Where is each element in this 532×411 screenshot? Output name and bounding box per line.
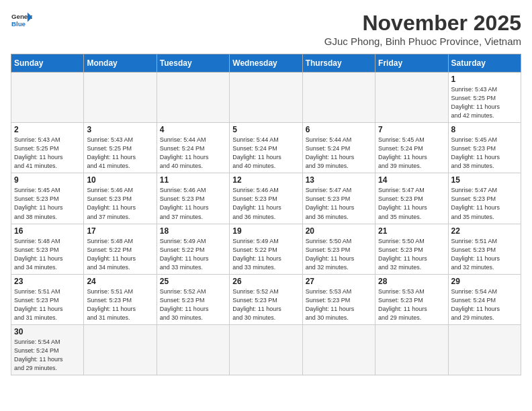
calendar-cell xyxy=(157,324,229,375)
calendar-cell xyxy=(375,73,448,123)
day-info: Sunrise: 5:44 AM Sunset: 5:24 PM Dayligh… xyxy=(306,136,372,171)
day-number: 24 xyxy=(87,277,153,286)
calendar-week-4: 23Sunrise: 5:51 AM Sunset: 5:23 PM Dayli… xyxy=(11,274,521,324)
day-number: 25 xyxy=(160,277,226,286)
day-number: 18 xyxy=(160,226,226,236)
day-info: Sunrise: 5:51 AM Sunset: 5:23 PM Dayligh… xyxy=(451,237,518,272)
logo: General Blue xyxy=(11,11,32,30)
header: General Blue November 2025 GJuc Phong, B… xyxy=(11,11,521,47)
calendar-cell: 21Sunrise: 5:50 AM Sunset: 5:23 PM Dayli… xyxy=(375,224,448,274)
day-info: Sunrise: 5:52 AM Sunset: 5:23 PM Dayligh… xyxy=(160,287,226,322)
day-number: 4 xyxy=(160,125,226,134)
calendar-week-3: 16Sunrise: 5:48 AM Sunset: 5:23 PM Dayli… xyxy=(11,224,521,274)
calendar-cell: 4Sunrise: 5:44 AM Sunset: 5:24 PM Daylig… xyxy=(157,123,229,173)
day-info: Sunrise: 5:45 AM Sunset: 5:23 PM Dayligh… xyxy=(451,136,518,171)
day-number: 21 xyxy=(378,226,445,236)
day-info: Sunrise: 5:44 AM Sunset: 5:24 PM Dayligh… xyxy=(160,136,226,171)
calendar-cell: 9Sunrise: 5:45 AM Sunset: 5:23 PM Daylig… xyxy=(11,173,84,224)
day-info: Sunrise: 5:49 AM Sunset: 5:22 PM Dayligh… xyxy=(160,237,226,272)
calendar-cell: 7Sunrise: 5:45 AM Sunset: 5:24 PM Daylig… xyxy=(375,123,448,173)
calendar-week-5: 30Sunrise: 5:54 AM Sunset: 5:24 PM Dayli… xyxy=(11,324,521,375)
day-number: 8 xyxy=(451,125,518,134)
calendar-cell: 1Sunrise: 5:43 AM Sunset: 5:25 PM Daylig… xyxy=(448,73,521,123)
calendar-cell xyxy=(375,324,448,375)
day-number: 9 xyxy=(14,175,81,185)
calendar-cell: 28Sunrise: 5:53 AM Sunset: 5:23 PM Dayli… xyxy=(375,274,448,324)
calendar-cell: 22Sunrise: 5:51 AM Sunset: 5:23 PM Dayli… xyxy=(448,224,521,274)
calendar-cell: 10Sunrise: 5:46 AM Sunset: 5:23 PM Dayli… xyxy=(84,173,157,224)
calendar-cell xyxy=(230,73,302,123)
calendar-cell xyxy=(84,324,157,375)
calendar-cell xyxy=(302,324,375,375)
day-info: Sunrise: 5:54 AM Sunset: 5:24 PM Dayligh… xyxy=(451,287,518,322)
calendar-cell: 29Sunrise: 5:54 AM Sunset: 5:24 PM Dayli… xyxy=(448,274,521,324)
day-info: Sunrise: 5:45 AM Sunset: 5:24 PM Dayligh… xyxy=(378,136,445,171)
day-number: 26 xyxy=(232,277,299,286)
day-info: Sunrise: 5:50 AM Sunset: 5:23 PM Dayligh… xyxy=(378,237,445,272)
day-number: 17 xyxy=(87,226,153,236)
weekday-header-row: SundayMondayTuesdayWednesdayThursdayFrid… xyxy=(11,54,521,73)
svg-text:Blue: Blue xyxy=(11,20,26,28)
day-info: Sunrise: 5:45 AM Sunset: 5:23 PM Dayligh… xyxy=(14,186,81,221)
calendar-cell: 17Sunrise: 5:48 AM Sunset: 5:22 PM Dayli… xyxy=(84,224,157,274)
calendar-week-0: 1Sunrise: 5:43 AM Sunset: 5:25 PM Daylig… xyxy=(11,73,521,123)
day-number: 30 xyxy=(14,327,81,336)
day-number: 11 xyxy=(160,175,226,185)
day-number: 20 xyxy=(306,226,372,236)
day-info: Sunrise: 5:49 AM Sunset: 5:22 PM Dayligh… xyxy=(232,237,299,272)
calendar-cell: 2Sunrise: 5:43 AM Sunset: 5:25 PM Daylig… xyxy=(11,123,84,173)
calendar-cell xyxy=(302,73,375,123)
calendar-cell: 26Sunrise: 5:52 AM Sunset: 5:23 PM Dayli… xyxy=(230,274,302,324)
day-info: Sunrise: 5:47 AM Sunset: 5:23 PM Dayligh… xyxy=(306,186,372,221)
day-number: 12 xyxy=(232,175,299,185)
day-number: 2 xyxy=(14,125,81,134)
day-number: 3 xyxy=(87,125,153,134)
day-info: Sunrise: 5:46 AM Sunset: 5:23 PM Dayligh… xyxy=(87,186,153,221)
location-title: GJuc Phong, Binh Phuoc Province, Vietnam xyxy=(324,36,521,47)
day-info: Sunrise: 5:47 AM Sunset: 5:23 PM Dayligh… xyxy=(378,186,445,221)
day-info: Sunrise: 5:54 AM Sunset: 5:24 PM Dayligh… xyxy=(14,338,81,373)
calendar-cell xyxy=(84,73,157,123)
day-info: Sunrise: 5:53 AM Sunset: 5:23 PM Dayligh… xyxy=(378,287,445,322)
day-info: Sunrise: 5:46 AM Sunset: 5:23 PM Dayligh… xyxy=(160,186,226,221)
day-number: 1 xyxy=(451,75,518,84)
weekday-header-friday: Friday xyxy=(375,54,448,73)
calendar-cell: 14Sunrise: 5:47 AM Sunset: 5:23 PM Dayli… xyxy=(375,173,448,224)
calendar-cell xyxy=(11,73,84,123)
day-info: Sunrise: 5:47 AM Sunset: 5:23 PM Dayligh… xyxy=(451,186,518,221)
calendar-cell: 24Sunrise: 5:51 AM Sunset: 5:23 PM Dayli… xyxy=(84,274,157,324)
day-number: 28 xyxy=(378,277,445,286)
day-info: Sunrise: 5:50 AM Sunset: 5:23 PM Dayligh… xyxy=(306,237,372,272)
day-info: Sunrise: 5:44 AM Sunset: 5:24 PM Dayligh… xyxy=(232,136,299,171)
calendar-cell: 16Sunrise: 5:48 AM Sunset: 5:23 PM Dayli… xyxy=(11,224,84,274)
day-number: 13 xyxy=(306,175,372,185)
day-info: Sunrise: 5:43 AM Sunset: 5:25 PM Dayligh… xyxy=(451,85,518,120)
calendar-cell xyxy=(448,324,521,375)
weekday-header-sunday: Sunday xyxy=(11,54,84,73)
day-number: 19 xyxy=(232,226,299,236)
day-info: Sunrise: 5:52 AM Sunset: 5:23 PM Dayligh… xyxy=(232,287,299,322)
calendar-cell: 23Sunrise: 5:51 AM Sunset: 5:23 PM Dayli… xyxy=(11,274,84,324)
weekday-header-wednesday: Wednesday xyxy=(230,54,302,73)
calendar-cell xyxy=(230,324,302,375)
calendar-cell: 30Sunrise: 5:54 AM Sunset: 5:24 PM Dayli… xyxy=(11,324,84,375)
calendar-cell: 6Sunrise: 5:44 AM Sunset: 5:24 PM Daylig… xyxy=(302,123,375,173)
calendar-cell: 15Sunrise: 5:47 AM Sunset: 5:23 PM Dayli… xyxy=(448,173,521,224)
calendar-cell: 8Sunrise: 5:45 AM Sunset: 5:23 PM Daylig… xyxy=(448,123,521,173)
calendar-cell: 25Sunrise: 5:52 AM Sunset: 5:23 PM Dayli… xyxy=(157,274,229,324)
day-number: 15 xyxy=(451,175,518,185)
weekday-header-monday: Monday xyxy=(84,54,157,73)
title-area: November 2025 GJuc Phong, Binh Phuoc Pro… xyxy=(324,11,521,47)
day-number: 5 xyxy=(232,125,299,134)
day-number: 16 xyxy=(14,226,81,236)
calendar-cell: 19Sunrise: 5:49 AM Sunset: 5:22 PM Dayli… xyxy=(230,224,302,274)
calendar-cell: 11Sunrise: 5:46 AM Sunset: 5:23 PM Dayli… xyxy=(157,173,229,224)
day-number: 14 xyxy=(378,175,445,185)
calendar-cell: 12Sunrise: 5:46 AM Sunset: 5:23 PM Dayli… xyxy=(230,173,302,224)
weekday-header-tuesday: Tuesday xyxy=(157,54,229,73)
calendar-cell: 18Sunrise: 5:49 AM Sunset: 5:22 PM Dayli… xyxy=(157,224,229,274)
day-info: Sunrise: 5:43 AM Sunset: 5:25 PM Dayligh… xyxy=(87,136,153,171)
logo-icon: General Blue xyxy=(11,11,32,30)
day-number: 6 xyxy=(306,125,372,134)
calendar-cell: 27Sunrise: 5:53 AM Sunset: 5:23 PM Dayli… xyxy=(302,274,375,324)
